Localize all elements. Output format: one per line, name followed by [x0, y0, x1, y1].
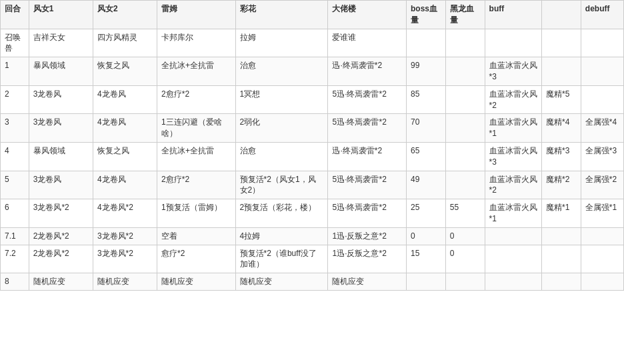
cell-magic: 魔精*4 [542, 114, 581, 143]
cell-boss_blood: 70 [407, 114, 446, 143]
cell-caihua: 2弱化 [235, 114, 328, 143]
cell-caihua: 预复活*2（谁buff没了加谁） [235, 245, 328, 273]
cell-fengnu1: 3龙卷风 [29, 85, 93, 114]
cell-buff: 血蓝冰雷火风*1 [485, 199, 541, 228]
header-debuff: debuff [581, 1, 623, 29]
cell-fengnu1: 2龙卷风*2 [29, 227, 93, 245]
cell-leimi: 2愈疗*2 [157, 85, 236, 114]
table-row: 63龙卷风*24龙卷风*21预复活（雷姆）2预复活（彩花，楼）5迅·终焉袭雷*2… [1, 199, 624, 228]
header-dalou: 大佬楼 [328, 1, 407, 29]
cell-dalou: 5迅·终焉袭雷*2 [328, 85, 407, 114]
cell-heilong_blood: 0 [445, 245, 485, 273]
cell-fengnu1: 3龙卷风 [29, 171, 93, 199]
cell-buff: 血蓝冰雷火风*3 [485, 57, 541, 86]
cell-boss_blood: 0 [407, 227, 446, 245]
header-round: 回合 [1, 1, 29, 29]
cell-round: 4 [1, 142, 29, 171]
cell-buff: 血蓝冰雷火风*2 [485, 85, 541, 114]
cell-dalou: 5迅·终焉袭雷*2 [328, 171, 407, 199]
cell-boss_blood: 85 [407, 85, 446, 114]
cell-debuff: 全属强*2 [581, 171, 623, 199]
cell-heilong_blood [445, 85, 485, 114]
cell-fengnu2: 4龙卷风 [93, 114, 157, 143]
cell-debuff: 全属强*4 [581, 114, 623, 143]
cell-dalou: 爱谁谁 [328, 29, 407, 57]
cell-leimi: 1三连闪避（爱啥啥） [157, 114, 236, 143]
cell-magic [542, 273, 581, 291]
cell-heilong_blood [445, 273, 485, 291]
cell-dalou: 1迅·反叛之意*2 [328, 227, 407, 245]
cell-leimi: 2愈疗*2 [157, 171, 236, 199]
cell-caihua: 拉姆 [235, 29, 328, 57]
cell-leimi: 愈疗*2 [157, 245, 236, 273]
table-row: 8随机应变随机应变随机应变随机应变随机应变 [1, 273, 624, 291]
cell-caihua: 4拉姆 [235, 227, 328, 245]
cell-fengnu2: 恢复之风 [93, 142, 157, 171]
cell-fengnu2: 3龙卷风*2 [93, 227, 157, 245]
header-magic [542, 1, 581, 29]
header-buff: buff [485, 1, 541, 29]
cell-caihua: 2预复活（彩花，楼） [235, 199, 328, 228]
cell-heilong_blood [445, 142, 485, 171]
cell-fengnu1: 随机应变 [29, 273, 93, 291]
cell-debuff: 全属强*1 [581, 199, 623, 228]
cell-caihua: 预复活*2（风女1，风女2） [235, 171, 328, 199]
cell-dalou: 随机应变 [328, 273, 407, 291]
header-boss-blood: boss血量 [407, 1, 446, 29]
cell-fengnu1: 3龙卷风 [29, 114, 93, 143]
table-row: 召唤兽吉祥天女四方风精灵卡邦库尔拉姆爱谁谁 [1, 29, 624, 57]
cell-round: 7.2 [1, 245, 29, 273]
cell-fengnu1: 吉祥天女 [29, 29, 93, 57]
cell-dalou: 迅·终焉袭雷*2 [328, 142, 407, 171]
cell-debuff: 全属强*3 [581, 142, 623, 171]
cell-leimi: 全抗冰+全抗雷 [157, 142, 236, 171]
table-row: 1暴风领域恢复之风全抗冰+全抗雷治愈迅·终焉袭雷*299血蓝冰雷火风*3 [1, 57, 624, 86]
cell-boss_blood: 25 [407, 199, 446, 228]
cell-dalou: 5迅·终焉袭雷*2 [328, 199, 407, 228]
strategy-table: 回合 风女1 风女2 雷姆 彩花 大佬楼 boss血量 黑龙血量 buff de… [0, 0, 624, 291]
cell-round: 6 [1, 199, 29, 228]
table-row: 4暴风领域恢复之风全抗冰+全抗雷治愈迅·终焉袭雷*265血蓝冰雷火风*3魔精*3… [1, 142, 624, 171]
cell-dalou: 迅·终焉袭雷*2 [328, 57, 407, 86]
cell-buff: 血蓝冰雷火风*3 [485, 142, 541, 171]
cell-debuff [581, 85, 623, 114]
header-leimi: 雷姆 [157, 1, 236, 29]
cell-fengnu1: 暴风领域 [29, 57, 93, 86]
cell-round: 2 [1, 85, 29, 114]
header-caihua: 彩花 [235, 1, 328, 29]
cell-round: 8 [1, 273, 29, 291]
cell-boss_blood [407, 273, 446, 291]
cell-debuff [581, 29, 623, 57]
cell-boss_blood: 65 [407, 142, 446, 171]
cell-caihua: 1冥想 [235, 85, 328, 114]
cell-caihua: 治愈 [235, 142, 328, 171]
cell-boss_blood: 15 [407, 245, 446, 273]
cell-debuff [581, 245, 623, 273]
cell-magic [542, 57, 581, 86]
cell-fengnu1: 暴风领域 [29, 142, 93, 171]
header-fengnu2: 风女2 [93, 1, 157, 29]
cell-fengnu2: 4龙卷风*2 [93, 199, 157, 228]
table-row: 7.22龙卷风*23龙卷风*2愈疗*2预复活*2（谁buff没了加谁）1迅·反叛… [1, 245, 624, 273]
cell-heilong_blood [445, 57, 485, 86]
cell-round: 召唤兽 [1, 29, 29, 57]
cell-buff: 血蓝冰雷火风*2 [485, 171, 541, 199]
cell-boss_blood: 49 [407, 171, 446, 199]
cell-magic [542, 29, 581, 57]
cell-leimi: 卡邦库尔 [157, 29, 236, 57]
cell-fengnu2: 四方风精灵 [93, 29, 157, 57]
cell-fengnu1: 3龙卷风*2 [29, 199, 93, 228]
cell-leimi: 空着 [157, 227, 236, 245]
cell-buff [485, 29, 541, 57]
cell-round: 1 [1, 57, 29, 86]
cell-buff [485, 273, 541, 291]
cell-buff: 血蓝冰雷火风*1 [485, 114, 541, 143]
cell-debuff [581, 273, 623, 291]
table-row: 23龙卷风4龙卷风2愈疗*21冥想5迅·终焉袭雷*285血蓝冰雷火风*2魔精*5 [1, 85, 624, 114]
cell-boss_blood [407, 29, 446, 57]
table-row: 53龙卷风4龙卷风2愈疗*2预复活*2（风女1，风女2）5迅·终焉袭雷*249血… [1, 171, 624, 199]
cell-magic: 魔精*3 [542, 142, 581, 171]
cell-magic: 魔精*1 [542, 199, 581, 228]
main-table-container: 回合 风女1 风女2 雷姆 彩花 大佬楼 boss血量 黑龙血量 buff de… [0, 0, 624, 291]
cell-fengnu1: 2龙卷风*2 [29, 245, 93, 273]
